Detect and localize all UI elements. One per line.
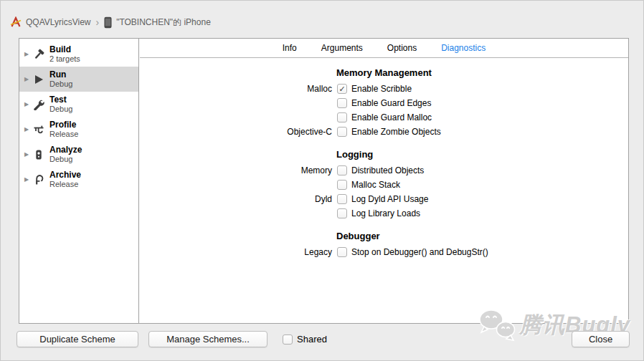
setting-row: Enable Guard Edges xyxy=(140,96,628,110)
sidebar-item-sublabel: Release xyxy=(49,130,78,139)
archive-icon xyxy=(32,173,45,186)
duplicate-scheme-button[interactable]: Duplicate Scheme xyxy=(16,331,138,347)
row-group-label: Dyld xyxy=(140,194,332,204)
setting-row: Dyld Log Dyld API Usage xyxy=(140,192,628,206)
checkmark-icon: ✓ xyxy=(338,85,345,93)
sidebar-item-archive[interactable]: ▶ Archive Release xyxy=(19,167,138,192)
checkbox-label: Stop on Debugger() and DebugStr() xyxy=(351,247,488,257)
diagnostics-pane: Memory Management Malloc ✓ Enable Scribb… xyxy=(140,59,628,323)
section-memory-management: Memory Management Malloc ✓ Enable Scribb… xyxy=(140,67,628,139)
sidebar-item-test[interactable]: ▶ Test Debug xyxy=(19,92,138,117)
sidebar-item-profile[interactable]: ▶ Profile Release xyxy=(19,117,138,142)
sidebar-item-label: Test xyxy=(49,95,72,105)
checkbox-label: Log Library Loads xyxy=(351,208,420,218)
sidebar-item-build[interactable]: ▶ Build 2 targets xyxy=(19,42,138,67)
sidebar-item-sublabel: Debug xyxy=(49,105,72,114)
sidebar-item-sublabel: Release xyxy=(49,180,81,189)
tab-diagnostics[interactable]: Diagnostics xyxy=(441,43,486,53)
setting-row: Enable Guard Malloc xyxy=(140,110,628,125)
shared-checkbox-row: Shared xyxy=(278,331,327,347)
checkbox-malloc-stack[interactable] xyxy=(337,180,347,190)
checkbox-stop-on-debugger-and-debugstr[interactable] xyxy=(337,247,347,257)
chevron-right-icon: › xyxy=(95,16,99,28)
checkbox-label: Enable Guard Edges xyxy=(351,98,431,108)
sidebar-item-label: Build xyxy=(49,45,80,54)
row-group-label: Memory xyxy=(140,165,332,175)
checkbox-label: Enable Guard Malloc xyxy=(351,112,432,122)
row-group-label: Malloc xyxy=(140,84,332,94)
checkbox-enable-zombie-objects[interactable] xyxy=(337,127,347,137)
disclosure-triangle-icon[interactable]: ▶ xyxy=(24,176,32,183)
sidebar-item-analyze[interactable]: ▶ Analyze Debug xyxy=(19,142,138,167)
checkbox-label: Enable Zombie Objects xyxy=(351,127,441,137)
sidebar-item-sublabel: 2 targets xyxy=(49,54,80,64)
app-logo-icon xyxy=(10,16,22,28)
checkbox-label: Malloc Stack xyxy=(351,180,400,190)
scheme-actions-sidebar: ▶ Build 2 targets ▶ Run Debug ▶ Test Deb… xyxy=(19,39,139,323)
row-group-label: Legacy xyxy=(140,247,332,257)
setting-row: Legacy Stop on Debugger() and DebugStr() xyxy=(140,245,628,259)
setting-row: Log Library Loads xyxy=(140,206,628,221)
sidebar-item-sublabel: Debug xyxy=(49,80,72,89)
checkbox-label: Log Dyld API Usage xyxy=(351,194,428,204)
scheme-editor-window: QQAVLyricsView › "TOBINCHEN"的 iPhone ▶ B… xyxy=(0,0,644,361)
sidebar-item-label: Profile xyxy=(49,120,78,130)
close-button[interactable]: Close xyxy=(572,331,630,347)
breadcrumb-scheme-name[interactable]: QQAVLyricsView xyxy=(26,17,90,27)
section-title: Memory Management xyxy=(336,67,628,79)
setting-row: Memory Distributed Objects xyxy=(140,163,628,178)
breadcrumb-device-name[interactable]: "TOBINCHEN"的 iPhone xyxy=(116,16,211,29)
iphone-icon xyxy=(104,16,112,29)
section-debugger: Debugger Legacy Stop on Debugger() and D… xyxy=(140,231,628,259)
section-title: Logging xyxy=(336,149,628,160)
caliper-icon xyxy=(32,123,45,136)
checkbox-label: Distributed Objects xyxy=(351,165,424,175)
disclosure-triangle-icon[interactable]: ▶ xyxy=(24,101,32,107)
sidebar-item-label: Analyze xyxy=(49,145,82,155)
hammer-icon xyxy=(32,48,45,61)
section-title: Debugger xyxy=(336,231,628,242)
disclosure-triangle-icon[interactable]: ▶ xyxy=(24,76,32,82)
analyze-icon xyxy=(32,148,45,161)
wrench-icon xyxy=(32,98,45,111)
tab-options[interactable]: Options xyxy=(387,43,417,53)
sidebar-item-label: Archive xyxy=(49,170,81,180)
row-group-label: Objective-C xyxy=(140,127,332,137)
disclosure-triangle-icon[interactable]: ▶ xyxy=(24,126,32,133)
shared-label: Shared xyxy=(297,334,327,345)
breadcrumb: QQAVLyricsView › "TOBINCHEN"的 iPhone xyxy=(10,15,211,29)
tab-bar: Info Arguments Options Diagnostics xyxy=(140,39,628,58)
checkbox-enable-guard-malloc[interactable] xyxy=(337,112,347,122)
tab-info[interactable]: Info xyxy=(283,43,297,53)
disclosure-triangle-icon[interactable]: ▶ xyxy=(24,151,32,158)
checkbox-distributed-objects[interactable] xyxy=(337,165,347,175)
disclosure-triangle-icon[interactable]: ▶ xyxy=(24,51,32,57)
manage-schemes-button[interactable]: Manage Schemes... xyxy=(148,331,267,347)
sidebar-item-run[interactable]: ▶ Run Debug xyxy=(19,67,138,92)
checkbox-log-dyld-api-usage[interactable] xyxy=(337,194,347,204)
sidebar-item-label: Run xyxy=(49,70,72,80)
checkbox-label: Enable Scribble xyxy=(351,84,412,94)
play-icon xyxy=(32,73,45,86)
sidebar-item-sublabel: Debug xyxy=(49,155,82,164)
setting-row: Objective-C Enable Zombie Objects xyxy=(140,125,628,139)
shared-checkbox[interactable] xyxy=(283,334,293,345)
tab-arguments[interactable]: Arguments xyxy=(321,43,363,53)
checkbox-enable-scribble[interactable]: ✓ xyxy=(337,84,347,94)
setting-row: Malloc ✓ Enable Scribble xyxy=(140,82,628,96)
checkbox-log-library-loads[interactable] xyxy=(337,208,347,218)
checkbox-enable-guard-edges[interactable] xyxy=(337,98,347,108)
section-logging: Logging Memory Distributed Objects Mallo… xyxy=(140,149,628,221)
scheme-editor-panel: ▶ Build 2 targets ▶ Run Debug ▶ Test Deb… xyxy=(19,38,629,324)
setting-row: Malloc Stack xyxy=(140,178,628,192)
